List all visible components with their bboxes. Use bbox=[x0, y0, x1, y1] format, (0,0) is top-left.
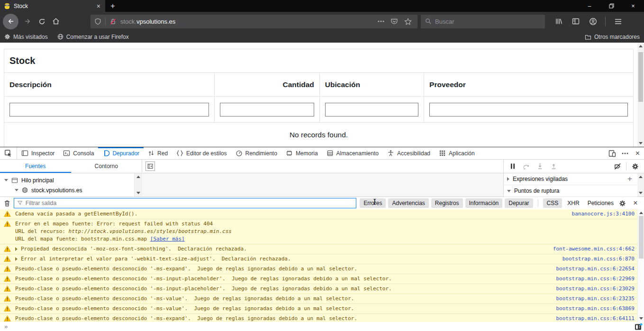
bookmark-mas-visitados[interactable]: Más visitados bbox=[4, 34, 48, 40]
console-close-button[interactable]: × bbox=[630, 199, 641, 207]
collapse-caret-icon[interactable] bbox=[507, 177, 509, 181]
source-item-hilo-principal[interactable]: Hilo principal bbox=[0, 175, 134, 185]
scroll-down-arrow[interactable] bbox=[136, 192, 140, 194]
source-link[interactable]: bootstrap.min.css:6:22969 bbox=[556, 275, 635, 283]
devtools-close-button[interactable]: × bbox=[631, 147, 644, 159]
sidebar-toggle-badge-button[interactable] bbox=[635, 323, 643, 331]
add-watch-expression-button[interactable]: + bbox=[627, 174, 634, 184]
debugger-settings-button[interactable] bbox=[628, 160, 642, 173]
home-button[interactable] bbox=[49, 14, 63, 28]
tab-rendimiento[interactable]: Rendimiento bbox=[231, 147, 281, 159]
page-scrollbar[interactable] bbox=[637, 43, 644, 147]
step-in-button[interactable] bbox=[533, 160, 547, 173]
scroll-up-arrow[interactable] bbox=[639, 45, 643, 47]
source-link[interactable]: bootstrap.min.css:6:23235 bbox=[556, 295, 635, 303]
filter-css-button[interactable]: CSS bbox=[543, 198, 562, 208]
back-button[interactable] bbox=[3, 14, 18, 29]
tab-editor-estilos[interactable]: Editor de estilos bbox=[172, 147, 231, 159]
library-button[interactable] bbox=[552, 14, 566, 28]
close-window-button[interactable]: × bbox=[622, 0, 644, 12]
panel-tab-contorno[interactable]: Contorno bbox=[71, 160, 142, 173]
source-link[interactable]: font-awesome.min.css:4:662 bbox=[553, 245, 635, 253]
panel-tab-fuentes[interactable]: Fuentes bbox=[0, 160, 71, 173]
tab-aplicacion[interactable]: Aplicación bbox=[435, 147, 479, 159]
devtools-menu-button[interactable] bbox=[618, 147, 631, 159]
filter-ubicacion-input[interactable] bbox=[325, 103, 418, 116]
step-out-button[interactable] bbox=[547, 160, 561, 173]
account-button[interactable] bbox=[586, 14, 600, 28]
expand-caret-icon[interactable] bbox=[15, 257, 18, 261]
pocket-icon[interactable] bbox=[390, 18, 398, 25]
scroll-up-arrow[interactable] bbox=[639, 212, 643, 214]
other-bookmarks[interactable]: Otros marcadores bbox=[585, 34, 640, 40]
console-scrollbar[interactable] bbox=[637, 209, 644, 322]
expand-caret-icon[interactable] bbox=[4, 179, 8, 181]
console-input-line[interactable]: » bbox=[0, 322, 644, 331]
filter-xhr-button[interactable]: XHR bbox=[564, 198, 582, 208]
collapse-panes-button[interactable] bbox=[145, 161, 155, 171]
expand-caret-icon[interactable] bbox=[15, 189, 18, 191]
responsive-design-button[interactable] bbox=[606, 147, 618, 159]
tab-memoria[interactable]: Memoria bbox=[281, 147, 322, 159]
scroll-down-arrow[interactable] bbox=[639, 317, 643, 320]
sources-scrollbar[interactable] bbox=[134, 173, 142, 197]
step-over-button[interactable] bbox=[519, 160, 533, 173]
scrollbar-thumb[interactable] bbox=[639, 216, 644, 259]
console-filter-input[interactable] bbox=[26, 200, 353, 206]
source-link[interactable]: bootstrap.min.css:6:22654 bbox=[556, 265, 635, 273]
maximize-button[interactable] bbox=[600, 0, 622, 12]
clear-console-button[interactable] bbox=[2, 200, 12, 207]
scroll-down-arrow[interactable] bbox=[639, 192, 643, 194]
search-bar[interactable] bbox=[421, 15, 545, 28]
source-link[interactable]: bootstrap.min.css:6:63869 bbox=[556, 305, 635, 313]
filter-descripcion-input[interactable] bbox=[9, 103, 209, 116]
filter-debug-button[interactable]: Depurar bbox=[505, 198, 533, 208]
source-link[interactable]: bootstrap.min.css:6:64111 bbox=[556, 315, 635, 322]
source-link[interactable]: bananocore.js:3:4100 bbox=[572, 210, 635, 218]
filter-logs-button[interactable]: Registros bbox=[431, 198, 463, 208]
filter-proveedor-input[interactable] bbox=[429, 103, 628, 116]
tab-accesibilidad[interactable]: Accesibilidad bbox=[383, 147, 435, 159]
new-tab-button[interactable]: + bbox=[105, 0, 120, 12]
search-input[interactable] bbox=[435, 18, 541, 25]
minimize-button[interactable]: – bbox=[579, 0, 600, 12]
pick-element-button[interactable] bbox=[0, 147, 17, 159]
reload-button[interactable] bbox=[35, 14, 49, 28]
learn-more-link[interactable]: [Saber más] bbox=[150, 236, 185, 242]
scroll-up-arrow[interactable] bbox=[639, 176, 643, 178]
source-editor-area[interactable] bbox=[142, 173, 503, 197]
menu-button[interactable] bbox=[611, 14, 625, 28]
bookmark-star-icon[interactable] bbox=[404, 18, 412, 25]
tab-depurador[interactable]: Depurador bbox=[98, 147, 144, 159]
forward-button[interactable] bbox=[20, 14, 35, 28]
right-panel-scrollbar[interactable] bbox=[637, 173, 644, 197]
source-link[interactable]: bootstrap.min.css:6:870 bbox=[562, 255, 635, 263]
scroll-up-arrow[interactable] bbox=[136, 176, 140, 178]
url-bar[interactable]: stock.vpsolutions.es bbox=[91, 15, 417, 28]
tab-consola[interactable]: Consola bbox=[59, 147, 98, 159]
console-settings-button[interactable] bbox=[617, 200, 628, 207]
filter-info-button[interactable]: Información bbox=[465, 198, 503, 208]
page-actions-icon[interactable] bbox=[378, 20, 384, 22]
filter-cantidad-input[interactable] bbox=[220, 103, 314, 116]
expand-caret-icon[interactable] bbox=[15, 247, 18, 251]
filter-errors-button[interactable]: Errores bbox=[360, 198, 386, 208]
scroll-down-arrow[interactable] bbox=[639, 142, 643, 144]
tab-close-icon[interactable]: × bbox=[96, 3, 101, 9]
pause-button[interactable] bbox=[506, 160, 519, 173]
bookmark-comenzar-firefox[interactable]: Comenzar a usar Firefox bbox=[57, 34, 129, 40]
scrollbar-thumb[interactable] bbox=[638, 52, 643, 102]
source-link[interactable]: bootstrap.min.css:6:23029 bbox=[556, 285, 635, 293]
filter-warnings-button[interactable]: Advertencias bbox=[388, 198, 428, 208]
watch-expressions-section[interactable]: Expresiones vigiladas + bbox=[504, 173, 637, 185]
deactivate-breakpoints-button[interactable] bbox=[610, 160, 624, 173]
tab-red[interactable]: Red bbox=[144, 147, 172, 159]
browser-tab[interactable]: Stock × bbox=[0, 0, 105, 12]
sidebar-toggle-button[interactable] bbox=[569, 14, 583, 28]
expand-caret-icon[interactable] bbox=[507, 190, 511, 192]
source-item-domain[interactable]: stock.vpsolutions.es bbox=[0, 185, 134, 195]
tab-inspector[interactable]: Inspector bbox=[17, 147, 59, 159]
breakpoints-section[interactable]: Puntos de ruptura bbox=[504, 185, 637, 197]
tab-almacenamiento[interactable]: Almacenamiento bbox=[322, 147, 383, 159]
filter-requests-button[interactable]: Peticiones bbox=[585, 198, 617, 208]
